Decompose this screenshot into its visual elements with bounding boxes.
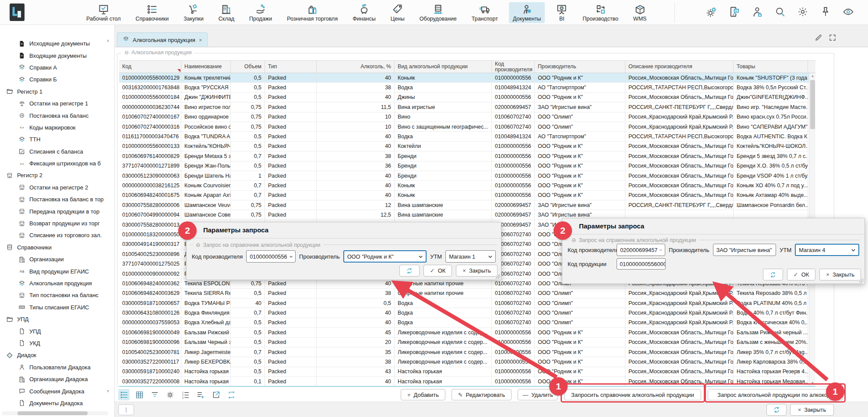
toolbar-item-warehouse[interactable]: Склад — [215, 2, 238, 23]
collapse-icon[interactable]: ⊖ — [572, 237, 576, 243]
list-view-button[interactable] — [118, 389, 130, 400]
table-row[interactable]: 0300003527220000117Ликер БЕХЕРОВКА К...0… — [119, 357, 809, 367]
dropdown-код-производителя[interactable]: 020000699457 — [617, 244, 665, 256]
column-header-описание-производителя[interactable]: Описание производителя — [625, 61, 734, 73]
dialog-refresh-button[interactable] — [763, 269, 783, 280]
dialog-close-button[interactable]: ×Закрыть — [819, 269, 861, 280]
sidebar-item-справки-б[interactable]: Справки Б — [0, 74, 114, 85]
table-row[interactable]: 0100606948240001675Коньяк Арарат Ахта...… — [119, 191, 809, 200]
column-header-код-производителя[interactable]: Код производителя — [492, 61, 535, 73]
sidebar-item-справочники[interactable]: Справочники — [0, 242, 114, 253]
table-row[interactable]: 0100606981900000049Бальзам Рижский ч...0… — [119, 328, 809, 337]
refresh-button[interactable] — [766, 404, 787, 416]
more-menu-button[interactable]: ⋮ — [118, 404, 134, 415]
sidebar-item-укд[interactable]: УКД — [0, 337, 114, 349]
toolbar-item-finance[interactable]: Финансы — [349, 2, 379, 23]
table-row[interactable]: 0100000005560000129Коньяк трехлетний ...… — [119, 73, 809, 83]
tab-close-icon[interactable]: × — [199, 37, 202, 43]
sidebar-item-документы-диадока[interactable]: Документы Диадока — [0, 397, 114, 409]
export-button[interactable] — [210, 389, 222, 400]
toolbar-item-price[interactable]: Цены — [387, 2, 409, 23]
button-редактировать[interactable]: ✎Редактировать — [452, 389, 512, 400]
table-row[interactable]: 0100606981900000096Бальзам Черный зн...0… — [119, 338, 809, 347]
header-user-lock-button[interactable] — [752, 6, 763, 19]
button-запрос-алкогольной-продукции-по-алкокоду[interactable]: Запрос алкогольной продукции по алкокоду — [708, 389, 843, 400]
dropdown-утм[interactable]: Магазин 4 — [795, 244, 859, 256]
toolbar-item-transport[interactable]: Транспорт — [468, 2, 502, 23]
scroll-down-icon[interactable]: ▼ — [809, 381, 816, 385]
table-row[interactable]: 0300007558280000006Шампанское Veuve ...0… — [119, 200, 809, 210]
sidebar-item-организации-диадока[interactable]: Организации Диадока — [0, 373, 114, 385]
table-row[interactable]: 0300003527220000008Настойка горькая Б...… — [119, 377, 809, 386]
column-header-алкоголь-%[interactable]: Алкоголь, % — [317, 61, 395, 73]
toolbar-item-sales[interactable]: Продажи — [245, 2, 276, 23]
sidebar-item-вид-продукции-егаис[interactable]: АаВид продукции ЕГАИС — [0, 265, 114, 277]
sidebar-item-постановка-на-баланс[interactable]: Постановка на баланс — [0, 109, 114, 121]
gear-button[interactable] — [164, 389, 176, 400]
dialog-refresh-button[interactable] — [399, 265, 420, 277]
sidebar-item-ттн[interactable]: ТТН — [0, 133, 114, 145]
sidebar-item-регистр-2[interactable]: Регистр 2 — [0, 169, 114, 181]
sidebar-item-списание-из-торгового-зал-[interactable]: Списание из торгового зал. — [0, 229, 114, 241]
table-row[interactable]: 0100000005560000133Коктейль"КОНЬЯЧ-...0,… — [119, 142, 809, 151]
button-запросить-справочник-алкогольной-продукции[interactable]: Запросить справочник алкогольной продукц… — [564, 389, 701, 400]
add-list-button[interactable] — [195, 389, 206, 400]
sidebar-item-фиксация-штрихкодов-на-б[interactable]: <>Фиксация штрихкодов на б — [0, 158, 114, 169]
sidebar-item-диадок[interactable]: Диадок — [0, 349, 114, 361]
input-код-продукции[interactable]: 0100000005560000 — [617, 258, 666, 270]
sidebar-item-остатки-на-регистре-1[interactable]: Остатки на регистре 1 — [0, 98, 114, 109]
column-header-товары[interactable]: Товары — [734, 61, 808, 73]
table-row[interactable]: 0100000005560000184Джин "ДЖИНФИТЕР"0,5Pa… — [119, 93, 809, 102]
table-row[interactable]: 0300006431080000126Водка Финляндия 4...0… — [119, 308, 809, 318]
dialog-close-button[interactable]: ×Закрыть — [456, 265, 498, 277]
sidebar-item-упд[interactable]: УПД — [0, 325, 114, 337]
table-row[interactable]: 0100607027400000316Российское вино с з..… — [119, 122, 809, 132]
sidebar-item-входящие-документы[interactable]: Входящие документы — [0, 49, 114, 61]
scrollbar-thumb[interactable] — [810, 80, 815, 129]
dropdown-код-производителя[interactable]: 010000000556 — [246, 250, 296, 263]
sidebar-scroll-down-icon[interactable]: ▼ — [106, 389, 110, 393]
column-header-код[interactable]: Код — [119, 61, 181, 73]
table-row[interactable]: 0300005123090000063Бренди Шатель Нап...1… — [119, 171, 809, 181]
edit-icon[interactable] — [815, 34, 822, 43]
collapse-icon[interactable]: ⊖ — [196, 242, 200, 248]
sidebar-item-возврат-продукции-из-торг[interactable]: Возврат продукции из торг — [0, 217, 114, 229]
column-header-производитель[interactable]: Производитель — [535, 61, 625, 73]
scrollbar-thumb[interactable] — [18, 411, 88, 415]
resize-grip[interactable] — [496, 274, 500, 279]
sidebar-item-упд[interactable]: УПД — [0, 313, 114, 325]
num-list-button[interactable]: 123 — [180, 389, 191, 400]
expand-icon[interactable] — [829, 34, 836, 43]
toolbar-item-retail[interactable]: Розничная торговля — [283, 2, 342, 23]
sidebar-item-передача-продукции-в-тор[interactable]: Передача продукции в тор — [0, 205, 114, 217]
sidebar-item-пользователи-диадока[interactable]: Пользователи Диадока — [0, 361, 114, 373]
table-row[interactable]: 0300005918710000657Водка ТУМАНЫ PLA...40… — [119, 298, 809, 308]
resize-grip[interactable] — [859, 278, 864, 283]
dialog-ok-button[interactable]: ✓ОК — [787, 269, 816, 280]
header-pin-button[interactable] — [820, 6, 831, 19]
table-row[interactable]: 0116117000003470476Водка "TUNDRA AU...0,… — [119, 132, 809, 141]
sidebar-item-организации[interactable]: Организации — [0, 253, 114, 265]
column-header-вид-алкогольной-продукции[interactable]: Вид алкогольной продукции — [395, 61, 492, 73]
column-header-наименование[interactable]: Наименование — [181, 61, 231, 73]
grid-button[interactable] — [134, 389, 145, 400]
header-eye-button[interactable] — [843, 6, 854, 19]
toolbar-item-cart[interactable]: Закупки — [180, 2, 208, 23]
sidebar-item-справки-а[interactable]: Справки А — [0, 62, 114, 74]
sidebar-item-типы-списания-егаис[interactable]: Типы списания ЕГАИС — [0, 301, 114, 313]
sidebar-item-сообщения-диадока[interactable]: Сообщения Диадока — [0, 385, 114, 397]
toolbar-item-documents[interactable]: Документы — [509, 2, 545, 23]
table-row[interactable]: 0031632000001763848Водка "РУССКАЯ ВА...0… — [119, 83, 809, 92]
toolbar-item-list[interactable]: Справочники — [131, 2, 173, 23]
header-search-button[interactable] — [774, 6, 786, 19]
collapse-icon[interactable]: ⊖ — [124, 49, 129, 56]
cycle-button[interactable] — [226, 389, 237, 400]
close-form-button[interactable]: × Закрыть — [790, 404, 834, 416]
toolbar-item-bi[interactable]: BI — [552, 2, 572, 23]
table-row[interactable]: 0100606948240003629Текила SIERRA Repo...… — [119, 289, 809, 298]
table-row[interactable]: 0000000000037559053Водка Хлебный дар ...… — [119, 318, 809, 328]
dropdown-утм[interactable]: Магазин 1 — [445, 250, 496, 263]
header-settings-button[interactable] — [706, 6, 717, 19]
toolbar-item-desktop[interactable]: Рабочий стол — [82, 2, 124, 23]
table-row[interactable]: 0100607027400000167Вино ординарное с...0… — [119, 112, 809, 122]
